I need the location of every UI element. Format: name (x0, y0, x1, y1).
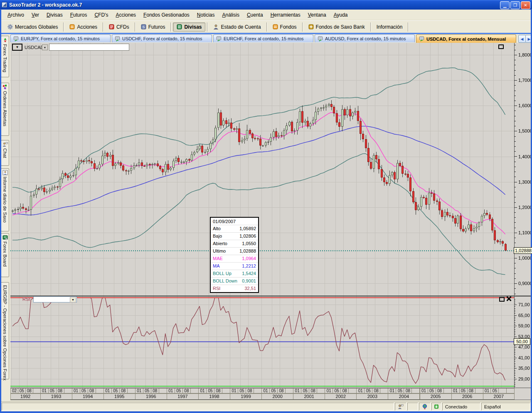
month-cell: 08 (372, 388, 380, 393)
year-cell: 1999 (230, 393, 262, 400)
month-cell: 05 (206, 388, 214, 393)
chart-tab-label: USDCAD, Forex al contado, Mensual (426, 37, 506, 42)
tooltip-row-label: BOLL Up (213, 271, 232, 276)
tooltip-row-value: 1,0964 (242, 256, 256, 261)
month-cell: 01 (230, 388, 238, 393)
sidebar-item-label: Ordenes Abiertas (2, 91, 7, 126)
toolbar-divider (63, 22, 64, 32)
rsi-mid-box: 50,00 (514, 338, 530, 345)
network-globe-icon (422, 404, 428, 410)
restore-button[interactable]: ❐ (510, 1, 520, 9)
menu-futuros[interactable]: Futuros (66, 11, 91, 19)
minimize-button[interactable]: ▁ (500, 1, 510, 9)
status-message-panel (2, 403, 394, 411)
sidebar-item-informe-diario-de-saxo[interactable]: Informe diario de Saxo (1, 168, 9, 231)
toolbar-button-fondos[interactable]: Fondos (269, 22, 300, 32)
year-cell: 1992 (10, 393, 41, 400)
toolbar-button-divisas[interactable]: Divisas (173, 22, 205, 32)
toolbar-divider (103, 22, 103, 32)
menu-archivo[interactable]: Archivo (4, 11, 28, 19)
menu-noticias[interactable]: Noticias (193, 11, 219, 19)
sidebar-item-forex-board[interactable]: Forex Board (1, 233, 9, 277)
toolbar-button-futuros[interactable]: SFuturos (137, 22, 169, 32)
chart-maximize-icon[interactable] (498, 44, 504, 49)
month-cell: 01 (40, 388, 49, 393)
language-selector[interactable]: Español (481, 403, 530, 411)
month-cell: 08 (25, 388, 33, 393)
rsi-maximize-icon[interactable] (499, 297, 505, 302)
year-cell: 1996 (135, 393, 167, 400)
chart-tab-usdchf[interactable]: USDCHF, Forex al contado, 15 minutos (112, 34, 212, 42)
chart-tab-audusd[interactable]: AUDUSD, Forex al contado, 15 minutos (315, 34, 415, 42)
toolbar-divider (207, 22, 208, 32)
month-cell: 01 (261, 388, 270, 393)
chat-user-icon (398, 404, 404, 410)
month-cell: 08 (56, 388, 64, 393)
chart-tab-label: AUDUSD, Forex al contado, 15 minutos (325, 36, 406, 41)
tooltip-row-rsi: RSI32,51 (211, 285, 258, 292)
month-cell (317, 388, 325, 393)
rsi-close-icon[interactable] (506, 296, 511, 301)
close-button[interactable]: ✕ (521, 1, 530, 9)
month-cell (443, 388, 452, 393)
month-cell: 08 (467, 388, 475, 393)
toolbar-button-cfds[interactable]: CFDs (105, 22, 133, 32)
chart-menu-dropdown[interactable]: ▼ (12, 44, 22, 51)
month-cell (348, 388, 357, 393)
rsi-settings-combo[interactable]: ▼ (33, 296, 77, 302)
report-icon (2, 170, 8, 175)
current-price-box: 1,02888 (514, 247, 532, 254)
year-cell: 2001 (293, 393, 325, 400)
month-cell: 05 (111, 388, 120, 393)
menu-fondos-gestionados[interactable]: Fondos Gestionados (140, 11, 193, 19)
tab-scroll-left-icon[interactable]: ◀ (518, 35, 526, 43)
language-label: Español (484, 404, 501, 409)
symbol-dropdown-icon[interactable]: ▼ (42, 44, 48, 50)
chart-tab-usdcad[interactable]: USDCAD, Forex al contado, Mensual (416, 34, 516, 43)
menu-ver[interactable]: Ver (28, 11, 43, 19)
sidebar-item-chat[interactable]: Chat (1, 140, 9, 166)
month-cell: 01 (420, 388, 428, 393)
month-cell: 08 (436, 388, 444, 393)
chart-tab-eurjpy[interactable]: EURJPY, Forex al contado, 15 minutos (10, 34, 111, 42)
open-orders-icon (2, 84, 8, 90)
menu-cuenta[interactable]: Cuenta (243, 11, 267, 19)
toolbar-button-label: Estado de Cuenta (221, 24, 261, 30)
data-tooltip: 01/09/2007 Alto1,05892Bajo1,02806Abierto… (210, 217, 259, 293)
menu-ayuda[interactable]: Ayuda (330, 11, 352, 19)
toolbar-button-acciones[interactable]: Acciones (66, 22, 101, 32)
menu-an-lisis[interactable]: Análisis (219, 11, 243, 19)
rsi-indicator-label: RSI (22, 297, 30, 302)
year-cell: 2007 (483, 393, 515, 400)
toolbar-button-label: Divisas (184, 24, 202, 30)
sidebar-item-forex-trading[interactable]: Forex Trading (1, 36, 9, 77)
year-cell: 2002 (325, 393, 357, 400)
toolbar-button-label: CFDs (116, 24, 129, 30)
toolbar-button-estado-de-cuenta[interactable]: Estado de Cuenta (209, 22, 264, 32)
price-axis-label: 1,8000 (518, 52, 532, 58)
symbol-search-input[interactable] (49, 44, 129, 51)
toolbar-button-fondos-de-saxo-bank[interactable]: Fondos de Saxo Bank (305, 22, 369, 32)
toolbar-button-informaci-n[interactable]: Información (373, 22, 406, 32)
price-chart-canvas[interactable] (10, 43, 532, 400)
sidebar-item-label: Forex Trading (2, 44, 7, 72)
menu-ventana[interactable]: Ventana (304, 11, 330, 19)
sidebar-item-ordenes-abiertas[interactable]: Ordenes Abiertas (1, 83, 9, 136)
chart-tab-eurchf[interactable]: EURCHF, Forex al contado, 15 minutos (213, 34, 313, 42)
tooltip-row-bajo: Bajo1,02806 (211, 232, 258, 240)
toolbar-divider (370, 22, 371, 32)
sidebar-item-eurgbp-operaciones-sobre-opcio[interactable]: EURGBP - Operaciones sobre Opciones Fore… (1, 282, 9, 379)
month-cell: 05 (396, 388, 404, 393)
menu-herramientas[interactable]: Herramientas (267, 11, 304, 19)
month-cell: 05 (48, 388, 57, 393)
chevron-down-icon[interactable]: ▼ (70, 297, 76, 302)
rsi-axis-label: 65,00 (518, 312, 530, 318)
menu-cfd-s[interactable]: CFD's (91, 11, 112, 19)
menu-acciones[interactable]: Acciones (112, 11, 140, 19)
year-cell: 2000 (261, 393, 293, 400)
menu-divisas[interactable]: Divisas (43, 11, 66, 19)
stocks-icon (69, 24, 75, 30)
rsi-axis-label: 47,00 (518, 344, 530, 350)
toolbar-button-mercados-globales[interactable]: Mercados Globales (4, 22, 62, 32)
month-cell: 08 (246, 388, 254, 393)
